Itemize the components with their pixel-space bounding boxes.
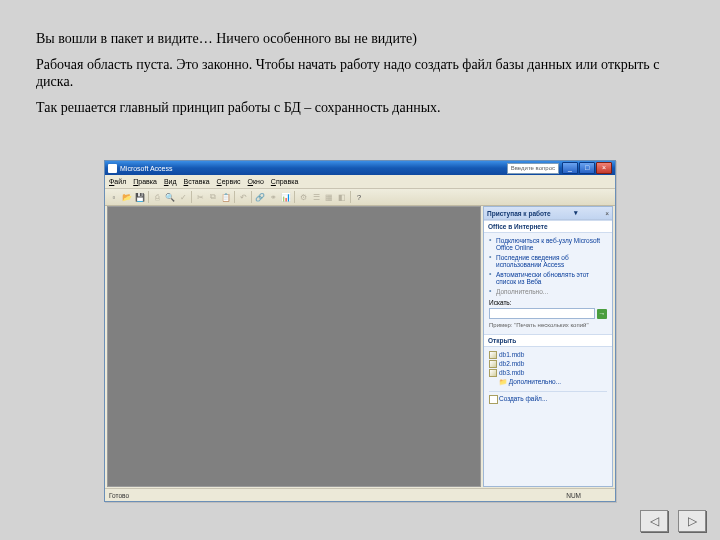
separator (251, 191, 252, 203)
search-label: Искать: (489, 299, 607, 306)
menubar: Файл Правка Вид Вставка Сервис Окно Спра… (105, 175, 615, 189)
analyze-icon[interactable]: 📊 (280, 191, 292, 203)
menu-file[interactable]: Файл (109, 178, 126, 185)
prev-slide-button[interactable]: ◁ (640, 510, 668, 532)
create-file[interactable]: Создать файл... (489, 391, 607, 405)
menu-window[interactable]: Окно (248, 178, 264, 185)
menu-insert[interactable]: Вставка (184, 178, 210, 185)
save-icon[interactable]: 💾 (134, 191, 146, 203)
task-pane-title: Приступая к работе (487, 210, 551, 217)
minimize-button[interactable]: _ (562, 162, 578, 174)
recent-file[interactable]: db1.mdb (489, 350, 607, 359)
separator (234, 191, 235, 203)
maximize-button[interactable]: □ (579, 162, 595, 174)
search-example: Пример: "Печать нескольких копий" (489, 321, 607, 331)
app-icon (108, 164, 117, 173)
access-screenshot: Microsoft Access Введите вопрос _ □ × Фа… (104, 160, 616, 502)
new-obj-icon[interactable]: ◧ (336, 191, 348, 203)
link-autoupdate[interactable]: Автоматически обновлять этот список из В… (489, 270, 607, 287)
copy-icon[interactable]: ⧉ (207, 191, 219, 203)
status-num: NUM (566, 492, 581, 499)
link-more-online[interactable]: Дополнительно... (489, 287, 607, 296)
titlebar: Microsoft Access Введите вопрос _ □ × (105, 161, 615, 175)
code-icon[interactable]: ⚙ (297, 191, 309, 203)
status-ready: Готово (109, 492, 129, 499)
open-icon[interactable]: 📂 (121, 191, 133, 203)
section-open: Открыть (484, 334, 612, 347)
spell-icon[interactable]: ✓ (177, 191, 189, 203)
help-search-box[interactable]: Введите вопрос (507, 163, 559, 174)
search-go-button[interactable]: → (597, 309, 607, 319)
preview-icon[interactable]: 🔍 (164, 191, 176, 203)
link-connect-online[interactable]: Подключиться к веб-узлу Microsoft Office… (489, 236, 607, 253)
task-pane-menu-icon[interactable]: ▾ (574, 209, 582, 217)
undo-icon[interactable]: ↶ (237, 191, 249, 203)
link-icon[interactable]: 🔗 (254, 191, 266, 203)
cut-icon[interactable]: ✂ (194, 191, 206, 203)
next-slide-button[interactable]: ▷ (678, 510, 706, 532)
menu-help[interactable]: Справка (271, 178, 298, 185)
props-icon[interactable]: ☰ (310, 191, 322, 203)
db-icon[interactable]: ▦ (323, 191, 335, 203)
help-icon[interactable]: ? (353, 191, 365, 203)
window-title: Microsoft Access (120, 165, 507, 172)
search-input[interactable] (489, 308, 595, 319)
recent-file[interactable]: db2.mdb (489, 359, 607, 368)
recent-file[interactable]: db3.mdb (489, 368, 607, 377)
separator (148, 191, 149, 203)
workspace (107, 206, 481, 487)
menu-edit[interactable]: Правка (133, 178, 157, 185)
open-more[interactable]: 📁 Дополнительно... (489, 377, 607, 387)
separator (191, 191, 192, 203)
menu-view[interactable]: Вид (164, 178, 177, 185)
paragraph-2: Рабочая область пуста. Это законно. Чтоб… (36, 56, 684, 91)
close-button[interactable]: × (596, 162, 612, 174)
menu-tools[interactable]: Сервис (217, 178, 241, 185)
task-pane-close-icon[interactable]: × (605, 210, 609, 217)
section-office-online: Office в Интернете (484, 220, 612, 233)
link-access-news[interactable]: Последние сведения об использовании Acce… (489, 253, 607, 270)
new-icon[interactable]: ▫ (108, 191, 120, 203)
print-icon[interactable]: ⎙ (151, 191, 163, 203)
statusbar: Готово NUM (105, 488, 615, 501)
separator (350, 191, 351, 203)
paste-icon[interactable]: 📋 (220, 191, 232, 203)
relations-icon[interactable]: ⚭ (267, 191, 279, 203)
task-pane: Приступая к работе ▾ × Office в Интернет… (483, 206, 613, 487)
separator (294, 191, 295, 203)
paragraph-3: Так решается главный принцип работы с БД… (36, 99, 684, 117)
paragraph-1: Вы вошли в пакет и видите… Ничего особен… (36, 30, 684, 48)
